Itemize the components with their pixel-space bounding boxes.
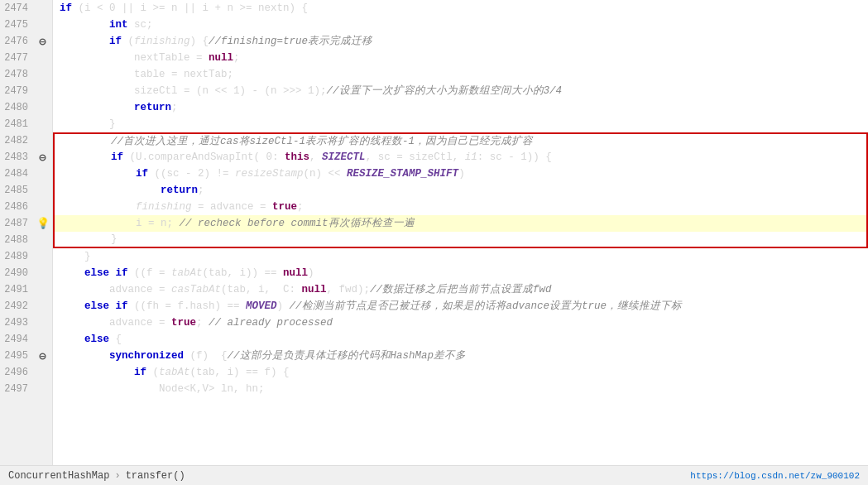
gutter-cell-2485 xyxy=(33,182,52,199)
gutter-cell-2474 xyxy=(33,0,52,17)
line-number-2496: 2496 xyxy=(0,364,33,381)
line-number-2488: 2488 xyxy=(0,232,33,248)
breadcrumb-item-1: ConcurrentHashMap xyxy=(8,470,109,482)
code-line-2488: } xyxy=(53,232,868,248)
breadcrumb: ConcurrentHashMap › transfer() xyxy=(8,470,185,482)
gutter-cell-2481 xyxy=(33,116,52,132)
gutter-cell-2490 xyxy=(33,265,52,281)
line-number-2486: 2486 xyxy=(0,199,33,215)
collapse-icon[interactable]: ⊖ xyxy=(39,349,46,363)
line-number-2474: 2474 xyxy=(0,0,33,17)
gutter-cell-2482 xyxy=(33,132,52,149)
bottom-bar: ConcurrentHashMap › transfer() https://b… xyxy=(0,465,868,485)
code-line-2476: if (finishing) {//finishing=true表示完成迁移 xyxy=(53,33,868,50)
gutter-cell-2494 xyxy=(33,331,52,348)
line-number-2481: 2481 xyxy=(0,116,33,132)
collapse-icon[interactable]: ⊖ xyxy=(39,151,46,165)
gutter-cell-2478 xyxy=(33,66,52,83)
code-line-2483: if (U.compareAndSwapInt( 0: this, SIZECT… xyxy=(53,149,868,166)
code-line-2491: advance = casTabAt(tab, i, C: null, fwd)… xyxy=(53,281,868,298)
code-line-2495: synchronized (f) {//这部分是负责具体迁移的代码和HashMa… xyxy=(53,348,868,364)
gutter-cell-2483[interactable]: ⊖ xyxy=(33,149,52,166)
code-line-2480: return; xyxy=(53,99,868,116)
code-line-2477: nextTable = null; xyxy=(53,50,868,66)
breadcrumb-separator: › xyxy=(114,470,120,482)
code-line-2497: Node<K,V> ln, hn; xyxy=(53,381,868,397)
line-number-2479: 2479 xyxy=(0,83,33,99)
main-layout: 2474247524762477247824792480248124822483… xyxy=(0,0,868,465)
gutter-cell-2475 xyxy=(33,17,52,33)
gutter-cell-2492 xyxy=(33,298,52,315)
line-number-2485: 2485 xyxy=(0,182,33,199)
gutter-cell-2497 xyxy=(33,381,52,397)
code-line-2479: sizeCtl = (n << 1) - (n >>> 1);//设置下一次扩容… xyxy=(53,83,868,99)
gutter-cell-2491 xyxy=(33,281,52,298)
gutter-cell-2484 xyxy=(33,166,52,182)
line-number-2478: 2478 xyxy=(0,66,33,83)
code-line-2478: table = nextTab; xyxy=(53,66,868,83)
line-number-2490: 2490 xyxy=(0,265,33,281)
editor-container: 2474247524762477247824792480248124822483… xyxy=(0,0,868,485)
lightbulb-icon: 💡 xyxy=(36,217,50,230)
code-line-2496: if (tabAt(tab, i) == f) { xyxy=(53,364,868,381)
code-line-2487: i = n; // recheck before commit再次循环检查一遍 xyxy=(53,215,868,232)
gutter-cell-2493 xyxy=(33,315,52,331)
code-line-2489: } xyxy=(53,248,868,265)
line-number-2497: 2497 xyxy=(0,381,33,397)
code-line-2485: return; xyxy=(53,182,868,199)
line-number-2495: 2495 xyxy=(0,348,33,364)
gutter-cell-2477 xyxy=(33,50,52,66)
gutter-cell-2487[interactable]: 💡 xyxy=(33,215,52,232)
code-line-2484: if ((sc - 2) != resizeStamp(n) << RESIZE… xyxy=(53,166,868,182)
gutter-area: ⊖⊖💡⊖ xyxy=(33,0,53,465)
line-number-2477: 2477 xyxy=(0,50,33,66)
line-number-2476: 2476 xyxy=(0,33,33,50)
code-line-2475: int sc; xyxy=(53,17,868,33)
line-number-2491: 2491 xyxy=(0,281,33,298)
gutter-cell-2495[interactable]: ⊖ xyxy=(33,348,52,364)
line-number-2489: 2489 xyxy=(0,248,33,265)
line-number-2475: 2475 xyxy=(0,17,33,33)
code-line-2482: //首次进入这里，通过cas将sizeCtl-1表示将扩容的线程数-1，因为自己… xyxy=(53,132,868,149)
gutter-cell-2479 xyxy=(33,83,52,99)
gutter-cell-2476[interactable]: ⊖ xyxy=(33,33,52,50)
gutter-cell-2489 xyxy=(33,248,52,265)
code-line-2474: if (i < 0 || i >= n || i + n >= nextn) { xyxy=(53,0,868,17)
gutter-cell-2486 xyxy=(33,199,52,215)
code-line-2492: else if ((fh = f.hash) == MOVED) //检测当前节… xyxy=(53,298,868,315)
line-number-2483: 2483 xyxy=(0,149,33,166)
line-number-2493: 2493 xyxy=(0,315,33,331)
code-content: if (i < 0 || i >= n || i + n >= nextn) {… xyxy=(53,0,868,465)
code-line-2486: finishing = advance = true; xyxy=(53,199,868,215)
code-line-2493: advance = true; // already processed xyxy=(53,315,868,331)
code-line-2490: else if ((f = tabAt(tab, i)) == null) xyxy=(53,265,868,281)
breadcrumb-item-2: transfer() xyxy=(126,470,185,482)
line-number-2494: 2494 xyxy=(0,331,33,348)
url-bar: https://blog.csdn.net/zw_900102 xyxy=(690,471,860,481)
line-number-2480: 2480 xyxy=(0,99,33,116)
code-line-2494: else { xyxy=(53,331,868,348)
line-number-2492: 2492 xyxy=(0,298,33,315)
code-line-2481: } xyxy=(53,116,868,132)
code-lines: if (i < 0 || i >= n || i + n >= nextn) {… xyxy=(53,0,868,397)
gutter-cell-2480 xyxy=(33,99,52,116)
collapse-icon[interactable]: ⊖ xyxy=(39,35,46,49)
gutter-cell-2496 xyxy=(33,364,52,381)
line-number-2484: 2484 xyxy=(0,166,33,182)
line-number-2487: 2487 xyxy=(0,215,33,232)
line-numbers-area: 2474247524762477247824792480248124822483… xyxy=(0,0,33,465)
gutter-cell-2488 xyxy=(33,232,52,248)
line-number-2482: 2482 xyxy=(0,132,33,149)
